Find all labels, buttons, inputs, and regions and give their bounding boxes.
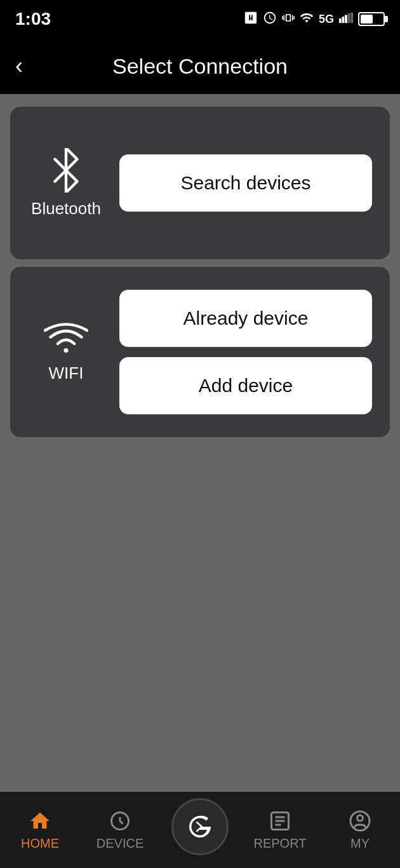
alarm-icon [263, 11, 277, 28]
bluetooth-buttons: Search devices [119, 154, 372, 212]
bluetooth-card: Bluetooth Search devices [10, 107, 390, 259]
wifi-icon [44, 322, 88, 357]
nav-device-label: DEVICE [97, 836, 143, 851]
bluetooth-label: Bluetooth [31, 199, 101, 219]
my-icon [349, 810, 371, 832]
nav-center-button[interactable] [171, 798, 229, 855]
nav-report-label: REPORT [254, 836, 307, 851]
nav-item-home[interactable]: HOME [0, 792, 80, 868]
already-device-button[interactable]: Already device [119, 290, 372, 347]
bluetooth-icon [44, 148, 88, 193]
svg-rect-4 [350, 12, 353, 23]
report-icon [269, 810, 291, 832]
main-content: Bluetooth Search devices WIFI Already de… [0, 94, 400, 792]
device-icon [109, 810, 131, 832]
add-device-button[interactable]: Add device [119, 357, 372, 414]
svg-rect-0 [339, 18, 342, 22]
wifi-card: WIFI Already device Add device [10, 267, 390, 437]
center-logo-icon [184, 811, 216, 843]
signal-bars-icon [339, 12, 353, 27]
nav-item-report[interactable]: REPORT [240, 792, 320, 868]
nav-item-device[interactable]: DEVICE [80, 792, 160, 868]
page-title: Select Connection [112, 54, 288, 79]
nav-my-label: MY [350, 836, 370, 851]
status-time: 1:03 [15, 9, 51, 29]
status-bar: 1:03 5G [0, 0, 400, 38]
svg-rect-2 [345, 15, 347, 23]
wifi-buttons: Already device Add device [119, 290, 372, 414]
wifi-status-icon [300, 11, 314, 28]
wifi-label: WIFI [49, 363, 84, 383]
bluetooth-icon-area: Bluetooth [28, 148, 104, 219]
battery-icon [358, 12, 385, 27]
home-icon [29, 810, 51, 832]
bottom-nav: HOME DEVICE REPORT MY [0, 792, 400, 868]
status-icons: 5G [244, 11, 385, 28]
nfc-icon [244, 11, 258, 28]
search-devices-button[interactable]: Search devices [119, 154, 372, 212]
nav-home-label: HOME [21, 836, 59, 851]
header: ‹ Select Connection [0, 38, 400, 94]
signal-icon: 5G [319, 13, 334, 26]
svg-rect-3 [348, 13, 350, 23]
svg-rect-1 [342, 17, 345, 23]
wifi-icon-area: WIFI [28, 322, 104, 383]
svg-point-5 [64, 348, 69, 353]
vibrate-icon [282, 11, 295, 28]
back-button[interactable]: ‹ [15, 55, 23, 78]
nav-item-my[interactable]: MY [320, 792, 400, 868]
svg-point-12 [357, 815, 363, 821]
